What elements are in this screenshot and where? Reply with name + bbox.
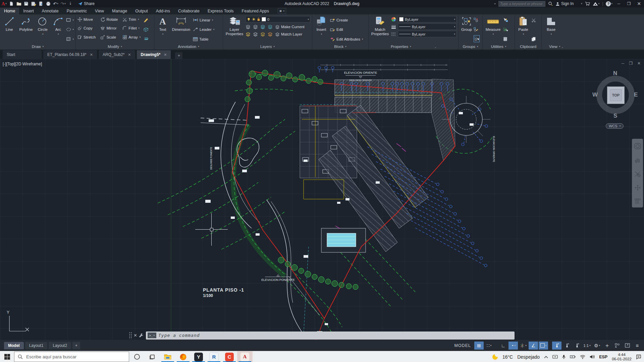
restore-button[interactable]: ❐ — [625, 1, 633, 7]
mirror-button[interactable]: Mirror — [100, 25, 118, 32]
ortho-toggle[interactable]: ∟ — [498, 342, 508, 350]
lineweight-combo[interactable]: ByLayer▾ — [398, 23, 457, 30]
viewcube-east[interactable]: E — [634, 92, 638, 98]
isometric-drafting-toggle[interactable]: ▾ — [519, 342, 528, 350]
layer-walk-icon[interactable] — [268, 32, 273, 37]
linetype-combo[interactable]: ByLayer▾ — [398, 31, 457, 37]
hatch-button[interactable]: ▾ — [66, 36, 74, 42]
save-icon[interactable] — [23, 1, 29, 6]
autocad-taskbar-icon[interactable]: A — [237, 351, 253, 362]
tab-collaborate[interactable]: Collaborate — [174, 8, 204, 14]
close-tab-icon[interactable]: ✕ — [90, 53, 93, 57]
tab-annotate[interactable]: Annotate — [38, 8, 63, 14]
clean-screen-toggle[interactable] — [623, 342, 632, 350]
autodesk-app-icon[interactable]: ▾ — [593, 2, 600, 6]
groups-panel-footer[interactable]: Groups▾ — [459, 44, 482, 50]
paste-button[interactable]: Paste▾ — [517, 15, 530, 44]
utilities-panel-footer[interactable]: Utilities▾ — [483, 44, 515, 50]
battery-status-icon[interactable] — [570, 355, 576, 359]
wifi-icon[interactable] — [580, 355, 585, 359]
weather-moon-icon[interactable] — [492, 354, 498, 360]
scale-button[interactable]: Scale — [100, 34, 118, 40]
search-expand-icon[interactable]: ▸ — [494, 2, 496, 5]
properties-dialog-launcher[interactable]: ⌟ — [435, 45, 436, 48]
close-tab-icon[interactable]: ✕ — [164, 53, 167, 57]
close-button[interactable]: ✕ — [635, 1, 643, 7]
save-as-icon[interactable] — [31, 1, 36, 6]
layer-unlock-all-icon[interactable] — [260, 32, 265, 37]
snap-toggle[interactable]: ∷▾ — [484, 342, 494, 350]
revit-taskbar-icon[interactable]: R — [206, 351, 222, 362]
tab-add-ins[interactable]: Add-ins — [152, 8, 174, 14]
circle-button[interactable]: Circle▾ — [35, 15, 50, 44]
group-button[interactable]: Group — [460, 15, 473, 44]
make-current-button[interactable]: Make Current — [275, 23, 305, 30]
command-prompt-icon[interactable]: >_▾ — [148, 333, 156, 338]
wcs-menu[interactable]: WCS▾ — [606, 123, 624, 129]
language-indicator[interactable]: ESP — [599, 355, 607, 359]
layer-isolate-icon[interactable] — [253, 24, 258, 29]
layers-panel-footer[interactable]: Layers▾ — [223, 44, 312, 50]
object-snap-toggle[interactable]: ▾ — [539, 342, 548, 350]
qat-customize-icon[interactable]: ▾ — [68, 1, 73, 6]
object-snap-tracking-toggle[interactable]: ∠ — [529, 342, 538, 350]
layer-freeze-icon[interactable] — [260, 24, 265, 29]
tab-insert[interactable]: Insert — [19, 8, 38, 14]
ungroup-icon[interactable] — [474, 17, 480, 23]
nav-showmotion-icon[interactable] — [634, 198, 641, 204]
annotation-scale-value[interactable]: 1:1▾ — [582, 342, 592, 350]
layer-properties-button[interactable]: LayerProperties — [225, 15, 244, 44]
layout2-tab[interactable]: Layout2 — [49, 342, 71, 349]
stretch-button[interactable]: Stretch — [77, 34, 96, 40]
file-explorer-taskbar-icon[interactable] — [160, 351, 175, 362]
command-input[interactable]: >_▾ Type a command — [146, 331, 515, 340]
nav-wheel-icon[interactable] — [634, 142, 641, 150]
file-tab-arq-sub2[interactable]: ARQ_Sub2*✕ — [99, 50, 135, 59]
rotate-button[interactable]: Rotate — [100, 16, 118, 22]
undo-icon[interactable]: ↶▾ — [53, 1, 58, 6]
polyline-button[interactable]: Polyline — [18, 15, 34, 44]
edit-block-button[interactable]: Edit — [330, 26, 367, 33]
quick-calculator-icon[interactable] — [503, 36, 508, 42]
group-edit-icon[interactable] — [474, 26, 480, 33]
tab-home[interactable]: Home — [0, 8, 19, 14]
firefox-taskbar-icon[interactable] — [175, 351, 191, 362]
minimize-button[interactable]: ─ — [615, 1, 623, 7]
layer-thaw-all-icon[interactable] — [253, 32, 258, 37]
rectangle-button[interactable]: ▾ — [66, 17, 74, 23]
new-layout-button[interactable]: + — [72, 342, 80, 349]
sign-in-button[interactable]: Sign In▾ — [555, 1, 582, 6]
vp-minimize-icon[interactable]: ─ — [622, 61, 625, 66]
move-button[interactable]: Move — [77, 16, 96, 22]
notification-center-icon[interactable] — [636, 354, 641, 359]
redo-icon[interactable]: ↷▾ — [60, 1, 66, 6]
taskbar-search[interactable]: Escribe aquí para buscar — [14, 352, 129, 362]
nav-zoom-icon[interactable] — [634, 171, 641, 177]
viewcube-south[interactable]: S — [613, 113, 617, 119]
open-folder-icon[interactable] — [16, 1, 21, 6]
arc-button[interactable]: Arc▾ — [52, 15, 64, 44]
draw-panel-footer[interactable]: Draw▾ — [0, 44, 75, 50]
search-icon[interactable] — [548, 1, 553, 6]
dimension-button[interactable]: Dimension — [171, 15, 192, 44]
annotation-scale-icon[interactable] — [572, 342, 582, 350]
text-button[interactable]: A Text▾ — [156, 15, 169, 44]
start-button[interactable] — [0, 351, 14, 362]
annotation-visibility-toggle[interactable] — [552, 342, 561, 350]
copy-button[interactable]: Copy — [77, 25, 96, 32]
table-button[interactable]: Table — [193, 36, 221, 42]
layer-lock-icon[interactable] — [268, 24, 273, 29]
tab-parametric[interactable]: Parametric — [63, 8, 91, 14]
insert-block-button[interactable]: Insert▾ — [314, 15, 329, 44]
autocad-logo-icon[interactable]: A▾ — [1, 1, 7, 6]
cart-icon[interactable] — [585, 1, 590, 6]
vp-restore-icon[interactable]: ❐ — [629, 61, 633, 66]
ellipse-button[interactable]: ▾ — [66, 26, 74, 33]
ribbon-display-toggle[interactable]: ▣▾ — [278, 8, 286, 14]
keyword-search-input[interactable] — [498, 1, 545, 7]
tab-express-tools[interactable]: Express Tools — [204, 8, 238, 14]
line-button[interactable]: Line — [2, 15, 17, 44]
select-similar-icon[interactable] — [503, 26, 508, 33]
viewcube-top-face[interactable]: TOP — [607, 86, 625, 104]
layer-off-icon[interactable] — [246, 24, 251, 29]
